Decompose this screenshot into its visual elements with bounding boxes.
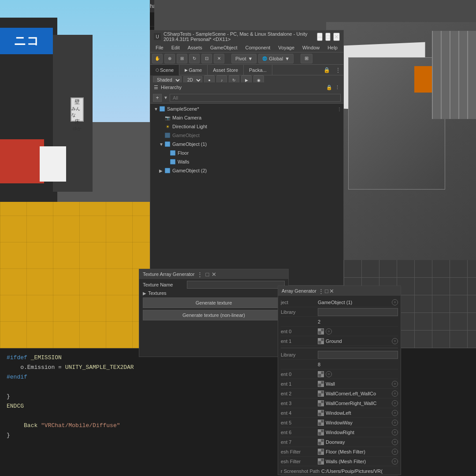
rotate-tool-button[interactable]: ⊞ — [177, 54, 187, 63]
tex-wcr-c4 — [321, 403, 324, 406]
global-button[interactable]: 🌐 Global ▼ — [258, 54, 294, 63]
tag-generate-nonlinear-button[interactable]: Generate texture (non-linear) — [143, 310, 285, 320]
inspector-dw-value: Doorway ○ — [318, 439, 398, 445]
menu-voyage[interactable]: Voyage — [275, 43, 298, 52]
walls-cube-icon — [170, 159, 176, 165]
inspector-ww-text: WindowWay — [326, 420, 390, 425]
transform-tool-button[interactable]: ✕ — [214, 54, 224, 63]
tex-wcr-c3 — [318, 403, 321, 406]
tex-w0-c4 — [321, 374, 324, 377]
tab-packages[interactable]: Packa... — [244, 65, 272, 75]
inspector-row-windowleft: ent 4 WindowLeft ○ — [281, 408, 398, 418]
inspector-count2-number: 8 — [318, 362, 320, 367]
lock-icon[interactable]: 🔒 — [321, 67, 333, 73]
hierarchy-add-arrow[interactable]: ▼ — [164, 95, 168, 100]
inspector-mf-walls-circle-icon[interactable]: ○ — [392, 458, 398, 465]
inspector-maximize-icon[interactable]: □ — [325, 288, 328, 294]
inspector-titlebar: Array Generator ⋮ □ ✕ — [278, 286, 401, 296]
inspector-wcl-circle-icon[interactable]: ○ — [392, 390, 398, 397]
tex-cell-4 — [321, 331, 324, 334]
tag-generate-nonlinear-label: Generate texture (non-linear) — [182, 312, 245, 318]
rect-tool-button[interactable]: ⊡ — [201, 54, 212, 63]
inspector-mf-floor-circle-icon[interactable]: ○ — [392, 449, 398, 455]
menu-help[interactable]: Help — [324, 43, 341, 52]
unity-maximize-button[interactable]: □ — [325, 33, 331, 41]
inspector-wl-circle-icon[interactable]: ○ — [392, 410, 398, 416]
inspector-dw-circle-icon[interactable]: ○ — [392, 439, 398, 445]
inspector-title-buttons: ⋮ □ ✕ — [318, 288, 334, 294]
tex-wr-c1 — [318, 430, 321, 432]
pivot-button[interactable]: Pivot ▼ — [231, 54, 257, 63]
tag-generate-button[interactable]: Generate texture — [143, 298, 285, 308]
hierarchy-walls-label: Walls — [178, 159, 189, 164]
inspector-go-circle-icon[interactable]: ○ — [392, 299, 398, 305]
inspector-ent0-circle-icon[interactable]: ○ — [326, 328, 332, 335]
inspector-ent1-ground-circle-icon[interactable]: ○ — [392, 338, 398, 344]
code-line-9: } — [7, 431, 143, 440]
inspector-wall-ent0-circle-icon[interactable]: ○ — [326, 371, 332, 377]
tag-texture-name-input[interactable] — [187, 281, 285, 289]
inspector-wr-circle-icon[interactable]: ○ — [392, 429, 398, 435]
tag-title-label: Texture Array Generator — [143, 271, 194, 277]
options-icon[interactable]: ⋮ — [333, 67, 343, 73]
hierarchy-add-button[interactable]: + — [153, 94, 162, 102]
tex-mfw-c3 — [318, 461, 321, 464]
menu-component[interactable]: Component — [242, 43, 274, 52]
menu-edit[interactable]: Edit — [168, 43, 183, 52]
scale-tool-button[interactable]: ↻ — [189, 54, 200, 63]
tag-maximize-icon[interactable]: □ — [205, 271, 210, 278]
hierarchy-item-gameobject2[interactable]: ▶ GameObject (2) — [150, 166, 343, 175]
inspector-menu-icon[interactable]: ⋮ — [318, 288, 324, 294]
hierarchy-item-options-icon[interactable]: ⋮ — [337, 107, 342, 112]
inspector-ww-circle-icon[interactable]: ○ — [392, 420, 398, 426]
unity-minimize-button[interactable]: ─ — [317, 33, 323, 41]
tab-game[interactable]: ▶ Game — [179, 65, 208, 75]
hand-tool-button[interactable]: ✋ — [152, 54, 163, 63]
menu-gameobject[interactable]: GameObject — [207, 43, 241, 52]
hierarchy-gameobject-dimmed-label: GameObject — [172, 133, 200, 138]
inspector-close-icon[interactable]: ✕ — [329, 288, 334, 294]
inspector-path-text: C:/Users/Pouip/Pictures/VR( — [321, 469, 398, 474]
tex-mfw-c2 — [321, 459, 324, 461]
inspector-wcr-text: WallCornerRight_WallC — [326, 401, 390, 406]
inspector-wcr-circle-icon[interactable]: ○ — [392, 400, 398, 406]
hierarchy-options-icon[interactable]: ⋮ — [335, 85, 340, 90]
inspector-row-ent0-ground-group: ent 0 ○ — [281, 327, 398, 336]
code-back-value: "VRChat/Mobile/Diffuse" — [41, 422, 120, 429]
move-tool-button[interactable]: ⊕ — [164, 54, 175, 63]
hierarchy-search-input[interactable] — [170, 94, 341, 102]
code-line-7 — [7, 411, 143, 421]
menu-assets[interactable]: Assets — [184, 43, 206, 52]
inspector-ent0-value: ○ — [318, 328, 398, 335]
menu-file[interactable]: File — [152, 43, 167, 52]
inspector-row-windowway: ent 5 WindowWay ○ — [281, 418, 398, 428]
hierarchy-item-walls[interactable]: Walls — [150, 157, 343, 166]
hierarchy-item-directionallight[interactable]: ☀ Directional Light — [150, 122, 343, 131]
inspector-row-library2: Library — [281, 350, 398, 360]
tex-cell-2 — [321, 329, 324, 331]
hierarchy-toolbar: + ▼ — [150, 92, 343, 104]
hierarchy-item-floor[interactable]: Floor — [150, 149, 343, 157]
tab-asset-store[interactable]: Asset Store — [208, 65, 244, 75]
inspector-mf-walls-value: Walls (Mesh Filter) ○ — [318, 458, 398, 465]
inspector-wall-ent1-circle-icon[interactable]: ○ — [392, 381, 398, 387]
hierarchy-item-gameobject-dimmed[interactable]: GameObject — [150, 131, 343, 140]
tag-textures-section[interactable]: ▶ Textures — [143, 290, 285, 296]
menu-window[interactable]: Window — [299, 43, 323, 52]
layers-button[interactable]: ⊞ — [301, 54, 312, 63]
unity-close-button[interactable]: ✕ — [333, 33, 340, 41]
hierarchy-lock-icon[interactable]: 🔒 — [326, 85, 332, 90]
hierarchy-panel-titlebar: ☰ Hierarchy 🔒 ⋮ — [150, 82, 343, 92]
tex-mfw-c1 — [318, 459, 321, 461]
tex-cell-g3 — [318, 341, 321, 344]
tag-menu-icon[interactable]: ⋮ — [196, 271, 204, 278]
hierarchy-item-samplescene[interactable]: ▼ SampleScene* ⋮ — [150, 104, 343, 113]
inspector-row-wallcornerright: ent 3 WallCornerRight_WallC ○ — [281, 398, 398, 408]
code-ifdef: #ifdef — [7, 354, 27, 361]
hierarchy-item-gameobject1[interactable]: ▼ GameObject (1) — [150, 140, 343, 149]
tab-scene[interactable]: ⬡ Scene — [150, 65, 179, 75]
hierarchy-item-maincamera[interactable]: 📷 Main Camera — [150, 113, 343, 122]
inspector-row-meshfilter-walls: esh Filter Walls (Mesh Filter) ○ — [281, 457, 398, 466]
tag-close-icon[interactable]: ✕ — [211, 271, 217, 278]
code-closing-brace2: } — [7, 432, 10, 439]
